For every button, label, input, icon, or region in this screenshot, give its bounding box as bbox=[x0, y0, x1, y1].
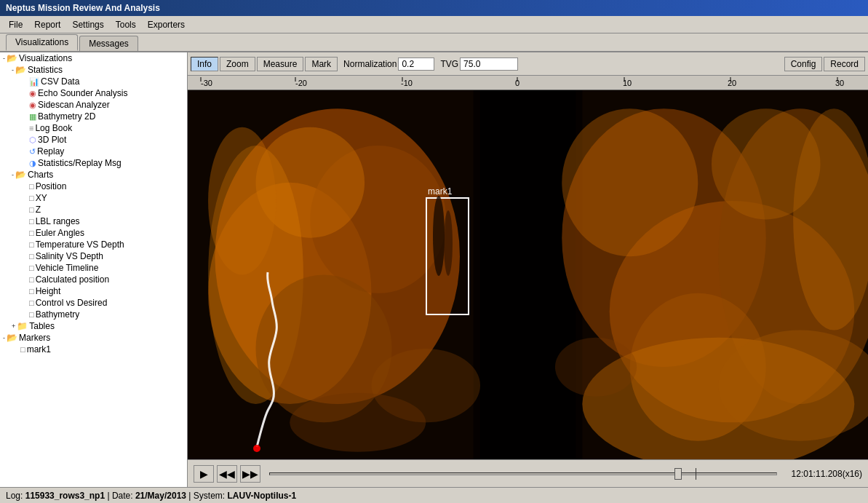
menu-file[interactable]: File bbox=[3, 18, 28, 31]
progress-bar-container[interactable] bbox=[269, 472, 777, 475]
sidebar-item-markers[interactable]: -📂Markers bbox=[0, 332, 187, 344]
rewind-button[interactable]: ◀◀ bbox=[217, 465, 237, 483]
sidebar-item-bathymetry2d[interactable]: ▦Bathymetry 2D bbox=[0, 111, 187, 122]
sidebar-item-statistics[interactable]: -📂Statistics bbox=[0, 64, 187, 76]
sidebar-item-control-desired[interactable]: □Control vs Desired bbox=[0, 297, 187, 309]
sidebar-item-3dplot[interactable]: ⬡3D Plot bbox=[0, 134, 187, 146]
menu-settings[interactable]: Settings bbox=[66, 18, 109, 31]
status-date-value: 21/May/2013 bbox=[135, 491, 186, 501]
folder-icon: 📁 bbox=[17, 321, 28, 331]
sidebar-item-tables[interactable]: +📁Tables bbox=[0, 320, 187, 332]
expand-icon-markers[interactable]: - bbox=[3, 334, 5, 341]
sidebar-item-vehicle-timeline[interactable]: □Vehicle Timeline bbox=[0, 262, 187, 274]
menu-bar: File Report Settings Tools Exporters bbox=[0, 16, 868, 33]
tab-visualizations[interactable]: Visualizations bbox=[6, 34, 78, 51]
svg-point-35 bbox=[290, 393, 426, 452]
tree-label-bathymetry: Bathymetry bbox=[36, 309, 80, 320]
sidebar-item-visualizations[interactable]: -📂Visualizations bbox=[0, 52, 187, 64]
svg-point-26 bbox=[562, 108, 698, 256]
tree-label-csv-data: CSV Data bbox=[41, 76, 79, 87]
sidebar-item-charts[interactable]: -📂Charts bbox=[0, 169, 187, 181]
normalization-input[interactable] bbox=[398, 58, 434, 71]
status-system-label: System: bbox=[194, 491, 225, 501]
tree-label-3dplot: 3D Plot bbox=[38, 135, 66, 145]
page-lines-icon: ≡ bbox=[29, 124, 33, 132]
sidebar-item-temp-vs-depth[interactable]: □Temperature VS Depth bbox=[0, 239, 187, 250]
menu-exporters[interactable]: Exporters bbox=[142, 18, 191, 31]
progress-split[interactable] bbox=[690, 467, 701, 480]
tree-label-control-desired: Control vs Desired bbox=[36, 298, 108, 308]
svg-rect-23 bbox=[480, 90, 576, 459]
fast-forward-button[interactable]: ▶▶ bbox=[240, 465, 260, 483]
svg-point-38 bbox=[433, 196, 445, 276]
tree-label-bathymetry2d: Bathymetry 2D bbox=[38, 111, 95, 122]
time-display: 12:01:11.208(x16) bbox=[792, 469, 862, 479]
expand-icon-statistics[interactable]: - bbox=[12, 66, 14, 74]
page-icon: □ bbox=[20, 345, 25, 354]
svg-point-39 bbox=[444, 210, 453, 276]
sidebar-item-stats-replay[interactable]: ◑Statistics/Replay Msg bbox=[0, 157, 187, 169]
page-icon: □ bbox=[29, 194, 34, 202]
tree-label-xy: XY bbox=[36, 193, 47, 203]
sidebar-item-euler-angles[interactable]: □Euler Angles bbox=[0, 227, 187, 239]
expand-icon-charts[interactable]: - bbox=[12, 171, 14, 178]
status-bar: Log: 115933_rows3_np1 | Date: 21/May/201… bbox=[0, 487, 868, 503]
tree-label-vehicle-timeline: Vehicle Timeline bbox=[36, 263, 99, 273]
measure-button[interactable]: Measure bbox=[257, 57, 304, 71]
page-icon: □ bbox=[29, 217, 34, 226]
sidebar-item-calculated-pos[interactable]: □Calculated position bbox=[0, 274, 187, 285]
page-icon: □ bbox=[29, 287, 34, 296]
tree-label-lbl-ranges: LBL ranges bbox=[36, 216, 80, 226]
folder-open-icon: 📂 bbox=[15, 170, 26, 180]
right-panel: Info Zoom Measure Mark Normalization TVG… bbox=[188, 52, 868, 487]
page-icon: □ bbox=[29, 182, 34, 191]
svg-text:mark1: mark1 bbox=[428, 186, 453, 197]
tree-label-replay: Replay bbox=[37, 146, 64, 157]
record-button[interactable]: Record bbox=[824, 57, 865, 71]
sidebar-item-mark1[interactable]: □mark1 bbox=[0, 344, 187, 355]
svg-text:-30: -30 bbox=[201, 79, 212, 87]
tree-label-calculated-pos: Calculated position bbox=[36, 274, 109, 285]
zoom-button[interactable]: Zoom bbox=[220, 57, 255, 71]
svg-text:-20: -20 bbox=[295, 79, 307, 87]
expand-icon-visualizations[interactable]: - bbox=[3, 55, 5, 62]
menu-tools[interactable]: Tools bbox=[110, 18, 142, 31]
tree-label-logbook: Log Book bbox=[35, 123, 72, 133]
main-layout: -📂Visualizations-📂Statistics📊CSV Data◉Ec… bbox=[0, 52, 868, 487]
tab-bar: Visualizations Messages bbox=[0, 33, 868, 52]
sidebar-item-salinity-vs-depth[interactable]: □Salinity VS Depth bbox=[0, 250, 187, 262]
replay-icon: ↺ bbox=[29, 147, 36, 157]
sidebar: -📂Visualizations-📂Statistics📊CSV Data◉Ec… bbox=[0, 52, 188, 487]
expand-icon-tables[interactable]: + bbox=[12, 322, 15, 330]
sidebar-item-xy[interactable]: □XY bbox=[0, 192, 187, 204]
sidebar-item-lbl-ranges[interactable]: □LBL ranges bbox=[0, 215, 187, 227]
tree-label-stats-replay: Statistics/Replay Msg bbox=[38, 158, 122, 168]
menu-report[interactable]: Report bbox=[28, 18, 66, 31]
svg-text:20: 20 bbox=[728, 79, 736, 87]
sidebar-item-echo-sounder[interactable]: ◉Echo Sounder Analysis bbox=[0, 87, 187, 99]
config-button[interactable]: Config bbox=[784, 57, 823, 71]
sidebar-item-bathymetry[interactable]: □Bathymetry bbox=[0, 309, 187, 320]
mark-button[interactable]: Mark bbox=[305, 57, 338, 71]
sidebar-item-logbook[interactable]: ≡Log Book bbox=[0, 122, 187, 134]
tab-messages[interactable]: Messages bbox=[79, 36, 138, 51]
progress-track[interactable] bbox=[269, 472, 777, 475]
sidebar-item-height[interactable]: □Height bbox=[0, 285, 187, 297]
sidebar-item-csv-data[interactable]: 📊CSV Data bbox=[0, 76, 187, 87]
tvg-input[interactable] bbox=[460, 58, 518, 71]
sidebar-item-replay[interactable]: ↺Replay bbox=[0, 146, 187, 157]
play-button[interactable]: ▶ bbox=[194, 465, 214, 483]
page-icon: □ bbox=[29, 229, 34, 237]
status-date-label: Date: bbox=[112, 491, 133, 501]
folder-open-icon: 📂 bbox=[7, 53, 17, 63]
sonar-display[interactable]: mark1 bbox=[188, 90, 868, 459]
progress-thumb[interactable] bbox=[674, 468, 682, 480]
sidebar-item-position[interactable]: □Position bbox=[0, 181, 187, 192]
sidebar-item-sidescan[interactable]: ◉Sidescan Analyzer bbox=[0, 99, 187, 111]
tree-label-charts: Charts bbox=[28, 170, 53, 180]
sidebar-item-z[interactable]: □Z bbox=[0, 204, 187, 215]
circle-chart-icon: ◉ bbox=[29, 89, 36, 98]
chart-icon: 📊 bbox=[29, 77, 39, 87]
info-button[interactable]: Info bbox=[191, 57, 218, 71]
playback-bar: ▶ ◀◀ ▶▶ 12:01:11.208(x16) bbox=[188, 459, 868, 487]
